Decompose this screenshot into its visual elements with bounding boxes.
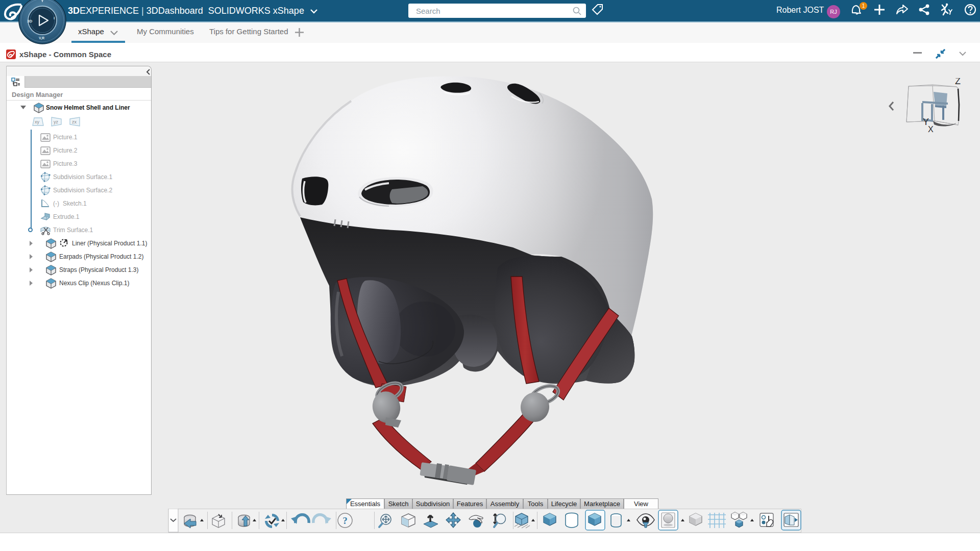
svg-text:?: ? [342, 515, 348, 526]
svg-text:zx: zx [72, 119, 77, 124]
svg-text:Z: Z [955, 78, 961, 86]
svg-text:i: i [54, 16, 55, 20]
svg-text:xy: xy [35, 119, 40, 124]
svg-text:V,R: V,R [39, 36, 44, 40]
svg-text:3D: 3D [27, 19, 32, 23]
svg-text:yz: yz [54, 119, 59, 124]
svg-text:X: X [928, 125, 934, 134]
